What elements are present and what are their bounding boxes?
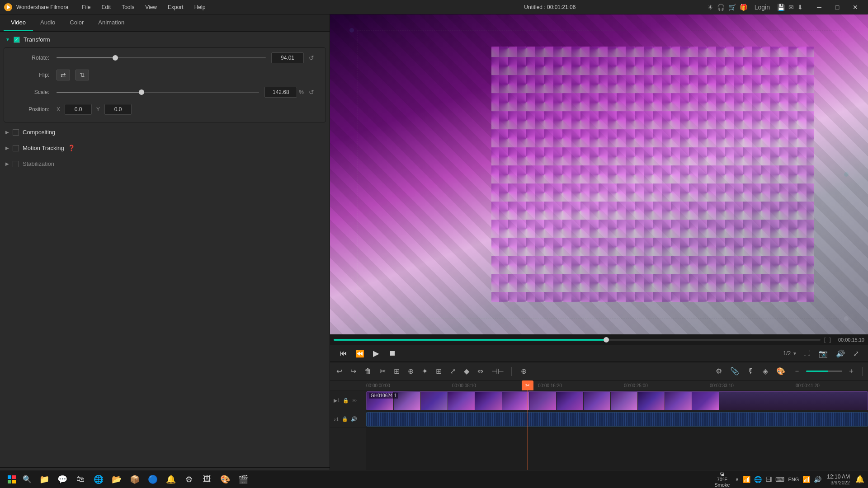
motion-tracking-header[interactable]: ▶ Motion Tracking ❓ (0, 140, 330, 156)
transform-checkbox[interactable]: ✓ (14, 37, 20, 43)
taskbar-explorer-app[interactable]: 📂 (108, 471, 125, 488)
network-icon[interactable]: 🌐 (754, 476, 762, 483)
flip-vertical-button[interactable]: ⇅ (75, 70, 89, 80)
taskbar-photos-app[interactable]: 🖼 (199, 471, 215, 488)
menu-edit[interactable]: Edit (97, 2, 116, 12)
audio-clip[interactable] (366, 412, 868, 427)
menu-file[interactable]: File (77, 2, 95, 12)
shopping-icon[interactable]: 🛒 (728, 4, 736, 11)
rotate-slider-thumb[interactable] (113, 55, 118, 61)
position-x-input[interactable]: 0.0 (65, 104, 92, 115)
trim-button[interactable]: ⊣⊢ (489, 365, 507, 377)
delete-button[interactable]: 🗑 (362, 366, 374, 377)
play-button[interactable]: ▶ (370, 347, 382, 360)
video-track-lock-icon[interactable]: 🔒 (343, 398, 349, 404)
fullscreen-button[interactable]: ⛶ (802, 347, 812, 359)
compositing-checkbox[interactable] (13, 129, 19, 136)
scale-slider-track[interactable] (57, 92, 259, 93)
add-track-left-button[interactable]: ⊕ (518, 365, 529, 377)
wifi-icon[interactable]: 📶 (802, 476, 810, 483)
keyboard-icon[interactable]: ⌨ (775, 476, 784, 483)
login-button[interactable]: Login (751, 3, 774, 12)
rotate-reset-button[interactable]: ↺ (307, 53, 316, 63)
flip-horizontal-button[interactable]: ⇄ (57, 70, 70, 80)
fit-button[interactable]: ⤢ (447, 365, 458, 377)
taskbar-datetime[interactable]: 12:10 AM 3/9/2022 (827, 474, 850, 485)
search-button[interactable]: 🔍 (20, 473, 34, 486)
effects-icon[interactable]: ◈ (760, 365, 771, 377)
menu-tools[interactable]: Tools (117, 2, 139, 12)
playhead-scrubber[interactable]: ✂ (522, 380, 533, 390)
stabilization-header[interactable]: ▶ Stabilization (0, 156, 330, 172)
video-track-eye-icon[interactable]: 👁 (352, 398, 357, 404)
redo-button[interactable]: ↪ (348, 365, 359, 377)
stop-button[interactable]: ⏹ (386, 347, 399, 360)
mic-icon[interactable]: 🎙 (745, 366, 757, 377)
close-button[interactable]: ✕ (846, 0, 864, 14)
motion-button[interactable]: ✦ (419, 365, 430, 377)
headphones-icon[interactable]: 🎧 (717, 4, 725, 11)
scale-slider-thumb[interactable] (139, 89, 144, 95)
position-y-input[interactable]: 0.0 (104, 104, 132, 115)
align-button[interactable]: ⇔ (475, 365, 486, 377)
show-hidden-icon[interactable]: ∧ (735, 476, 739, 483)
gift-icon[interactable]: 🎁 (740, 4, 747, 11)
save-cloud-icon[interactable]: 💾 (777, 4, 785, 11)
zoom-slider[interactable] (806, 371, 842, 372)
crop-button[interactable]: ⊞ (391, 365, 402, 377)
taskbar-store-app[interactable]: 🛍 (72, 471, 89, 488)
download-icon[interactable]: ⬇ (797, 4, 803, 11)
taskbar-edge-app[interactable]: 🌐 (90, 471, 107, 488)
motion-tracking-checkbox[interactable] (13, 145, 19, 151)
snapshot-button[interactable]: 📷 (817, 347, 830, 360)
skip-back-button[interactable]: ⏮ (337, 347, 350, 360)
filmora-tray-icon[interactable]: 🎞 (765, 476, 772, 483)
speed-button[interactable]: ⊕ (405, 365, 416, 377)
audio-track-volume-icon[interactable]: 🔊 (351, 416, 357, 422)
marker-button[interactable]: ◆ (461, 365, 472, 377)
zoom-out-button[interactable]: － (791, 365, 803, 378)
taskbar-notification-app[interactable]: 🔔 (163, 471, 179, 488)
menu-view[interactable]: View (141, 2, 161, 12)
taskbar-files-app[interactable]: 📁 (36, 471, 52, 488)
menu-help[interactable]: Help (190, 2, 210, 12)
step-back-button[interactable]: ⏪ (354, 347, 366, 360)
volume-icon[interactable]: 🔊 (814, 476, 821, 483)
speed-selector[interactable]: 1/2 ▼ (783, 350, 797, 357)
start-button[interactable] (4, 473, 20, 486)
tab-color[interactable]: Color (62, 14, 91, 31)
undo-button[interactable]: ↩ (334, 365, 345, 377)
group-button[interactable]: ⊞ (433, 365, 444, 377)
zoom-in-button[interactable]: ＋ (845, 365, 858, 378)
sun-icon[interactable]: ☀ (708, 4, 713, 11)
taskbar-filmora-app[interactable]: 🎬 (235, 471, 251, 488)
rotate-value-input[interactable]: 94.01 (271, 52, 304, 63)
mail-icon[interactable]: ✉ (788, 4, 794, 11)
menu-export[interactable]: Export (163, 2, 188, 12)
notification-center-icon[interactable]: 🔔 (855, 475, 864, 483)
clip-icon[interactable]: 📎 (727, 365, 742, 377)
audio-track-lock-icon[interactable]: 🔒 (342, 416, 348, 422)
tab-animation[interactable]: Animation (91, 14, 132, 31)
minimize-button[interactable]: ─ (810, 0, 828, 14)
transform-header[interactable]: ▼ ✓ Transform (0, 32, 330, 47)
cut-button[interactable]: ✂ (377, 365, 388, 377)
more-options-button[interactable]: ⤢ (851, 347, 861, 360)
scale-value-input[interactable]: 142.68 (264, 87, 297, 98)
tab-audio[interactable]: Audio (33, 14, 62, 31)
volume-button[interactable]: 🔊 (834, 347, 847, 360)
maximize-button[interactable]: □ (828, 0, 846, 14)
color-icon[interactable]: 🎨 (774, 365, 788, 377)
stabilization-checkbox[interactable] (13, 161, 19, 167)
taskbar-paint-app[interactable]: 🎨 (217, 471, 233, 488)
rotate-slider-track[interactable] (57, 57, 266, 58)
tab-video[interactable]: Video (4, 14, 33, 31)
video-clip[interactable]: GH010624-1 (366, 391, 868, 410)
compositing-header[interactable]: ▶ Compositing (0, 124, 330, 140)
motion-tracking-help-icon[interactable]: ❓ (68, 145, 75, 151)
taskbar-chat-app[interactable]: 💬 (54, 471, 71, 488)
taskbar-chrome-app[interactable]: 🔵 (145, 471, 161, 488)
bracket-left-icon[interactable]: [ (824, 336, 826, 343)
taskbar-settings-app[interactable]: ⚙ (181, 471, 197, 488)
settings-icon[interactable]: ⚙ (713, 365, 725, 377)
